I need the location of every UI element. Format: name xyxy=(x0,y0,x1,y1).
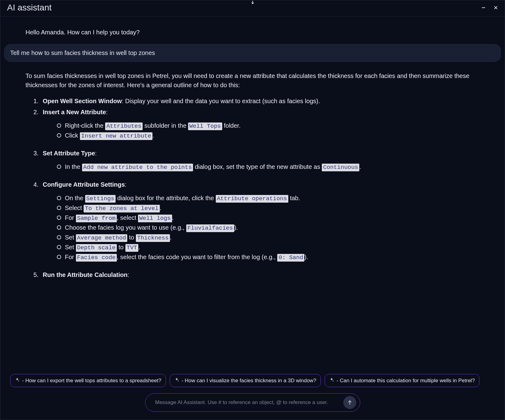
list-item: In the Add new attribute to the points d… xyxy=(56,162,494,171)
step-1: Open Well Section Window: Display your w… xyxy=(40,96,494,106)
list-item: Set Average method to Thickness. xyxy=(56,233,494,242)
code-token: Add new attribute to the points xyxy=(82,164,193,171)
assistant-answer: To sum facies thicknesses in well top zo… xyxy=(3,71,502,279)
list-item: Select To the zones at level. xyxy=(56,203,494,212)
close-button[interactable] xyxy=(492,4,499,11)
list-item: On the Settings dialog box for the attri… xyxy=(56,193,494,203)
suggestion-chip[interactable]: - Can I automate this calculation for mu… xyxy=(325,374,479,387)
code-token: Thickness xyxy=(136,234,170,242)
code-token: Continuous xyxy=(322,164,359,171)
suggestion-chip[interactable]: - How can I export the well tops attribu… xyxy=(10,374,166,387)
suggestion-chips: - How can I export the well tops attribu… xyxy=(3,373,502,389)
step-5: Run the Attribute Calculation: xyxy=(40,270,494,279)
suggestion-label: - Can I automate this calculation for mu… xyxy=(337,378,475,384)
input-area xyxy=(3,389,502,420)
content-area: Hello Amanda. How can I help you today? … xyxy=(0,17,505,420)
suggestion-label: - How can I export the well tops attribu… xyxy=(22,378,161,384)
list-item: Click Insert new attribute. xyxy=(56,131,494,140)
code-token: Insert new attribute xyxy=(80,132,152,140)
answer-intro: To sum facies thicknesses in well top zo… xyxy=(26,71,494,90)
assistant-greeting: Hello Amanda. How can I help you today? xyxy=(3,17,502,44)
list-item: For Sample from, select Well logs. xyxy=(56,213,494,222)
code-token: Sample from xyxy=(76,215,117,222)
list-item: Set Depth scale to TVT. xyxy=(56,243,494,252)
code-token: Fluvialfacies xyxy=(186,224,234,232)
sparkle-icon xyxy=(329,377,334,384)
titlebar: AI assistant xyxy=(0,0,505,17)
user-message-bubble: Tell me how to sum facies thickness in w… xyxy=(4,44,501,62)
window-title: AI assistant xyxy=(7,3,52,13)
answer-steps: Open Well Section Window: Display your w… xyxy=(26,96,494,279)
code-token: Attributes xyxy=(105,122,143,130)
message-input-pill[interactable] xyxy=(145,393,360,412)
list-item: Right-click the Attributes subfolder in … xyxy=(56,121,494,130)
suggestion-chip[interactable]: - How can I visualize the facies thickne… xyxy=(170,374,321,387)
window-controls xyxy=(480,4,499,11)
list-item: Choose the facies log you want to use (e… xyxy=(56,223,494,232)
sparkle-icon xyxy=(15,377,20,384)
code-token: TVT xyxy=(125,244,138,252)
code-token: Average method xyxy=(76,234,128,242)
step-4: Configure Attribute Settings: On the Set… xyxy=(40,180,494,262)
list-item: For Facies code, select the facies code … xyxy=(56,252,494,262)
step-2: Insert a New Attribute: Right-click the … xyxy=(40,107,494,140)
suggestion-label: - How can I visualize the facies thickne… xyxy=(182,378,316,384)
code-token: Well Tops xyxy=(188,122,222,130)
step-3: Set Attribute Type: In the Add new attri… xyxy=(40,149,494,171)
code-token: Depth scale xyxy=(76,244,117,252)
code-token: Settings xyxy=(85,195,116,203)
code-token: 0: Sand xyxy=(277,254,304,262)
minimize-button[interactable] xyxy=(480,4,487,11)
send-button[interactable] xyxy=(343,396,356,409)
sparkle-icon xyxy=(174,377,179,384)
code-token: Facies code xyxy=(76,254,117,262)
ai-assistant-window: AI assistant Hello Amanda. How can I hel… xyxy=(0,0,505,420)
chat-scroll[interactable]: Hello Amanda. How can I help you today? … xyxy=(3,17,502,373)
code-token: To the zones at level xyxy=(84,205,160,212)
code-token: Well logs xyxy=(138,215,172,222)
code-token: Attribute operations xyxy=(216,195,288,203)
message-input[interactable] xyxy=(155,399,343,406)
